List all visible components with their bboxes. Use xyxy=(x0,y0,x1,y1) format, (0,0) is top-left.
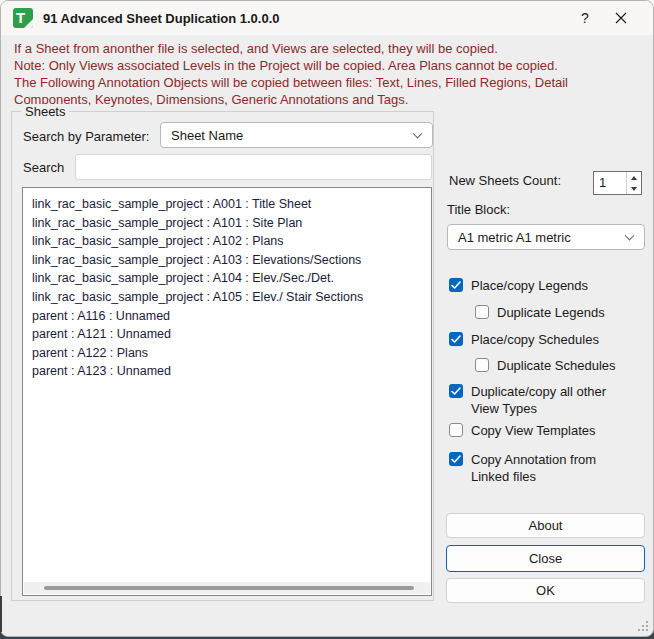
search-by-parameter-label: Search by Parameter: xyxy=(23,129,149,144)
checkbox-place-copy-schedules[interactable]: Place/copy Schedules xyxy=(449,331,626,348)
about-button[interactable]: About xyxy=(446,513,645,538)
help-button[interactable]: ? xyxy=(567,3,603,33)
notice-line: Components, Keynotes, Dimensions, Generi… xyxy=(14,91,648,108)
new-sheets-count-stepper[interactable]: 1 xyxy=(593,171,642,195)
horizontal-scrollbar[interactable] xyxy=(24,582,430,594)
sheets-listbox[interactable]: link_rac_basic_sample_project : A001 : T… xyxy=(22,187,432,596)
close-button[interactable]: Close xyxy=(446,545,645,572)
new-sheets-count-label: New Sheets Count: xyxy=(449,173,561,188)
title-block-dropdown[interactable]: A1 metric A1 metric xyxy=(447,224,645,250)
list-item[interactable]: parent : A122 : Plans xyxy=(32,344,431,363)
checkbox-duplicate-schedules[interactable]: Duplicate Schedules xyxy=(475,357,652,374)
checkbox-checked-icon xyxy=(449,452,463,466)
stepper-down-button[interactable] xyxy=(627,183,641,194)
dialog-window: T 91 Advanced Sheet Duplication 1.0.0.0 … xyxy=(0,0,654,637)
chevron-down-icon xyxy=(625,231,635,241)
resize-grip[interactable] xyxy=(638,621,648,631)
title-bar: T 91 Advanced Sheet Duplication 1.0.0.0 … xyxy=(1,1,653,35)
background-window-edge xyxy=(0,596,2,632)
checkbox-checked-icon xyxy=(449,278,463,292)
list-item[interactable]: link_rac_basic_sample_project : A101 : S… xyxy=(32,214,431,233)
scrollbar-thumb[interactable] xyxy=(44,586,414,590)
checkbox-unchecked-icon xyxy=(475,358,489,372)
search-input[interactable] xyxy=(75,154,432,180)
sheets-group-label: Sheets xyxy=(21,104,69,119)
stepper-up-button[interactable] xyxy=(627,172,641,183)
list-item[interactable]: parent : A123 : Unnamed xyxy=(32,362,431,381)
ok-button[interactable]: OK xyxy=(446,578,645,603)
close-icon[interactable] xyxy=(603,3,639,33)
app-icon: T xyxy=(13,8,33,28)
list-item[interactable]: link_rac_basic_sample_project : A105 : E… xyxy=(32,288,431,307)
checkbox-copy-annotation-from-linked-files[interactable]: Copy Annotation from Linked files xyxy=(449,451,626,485)
checkbox-unchecked-icon xyxy=(449,423,463,437)
list-item[interactable]: link_rac_basic_sample_project : A104 : E… xyxy=(32,269,431,288)
chevron-down-icon xyxy=(413,129,423,139)
list-item[interactable]: link_rac_basic_sample_project : A102 : P… xyxy=(32,232,431,251)
title-block-dropdown-value: A1 metric A1 metric xyxy=(458,230,571,245)
parameter-dropdown-value: Sheet Name xyxy=(171,128,243,143)
checkbox-unchecked-icon xyxy=(475,305,489,319)
checkbox-place-copy-legends[interactable]: Place/copy Legends xyxy=(449,277,626,294)
title-block-label: Title Block: xyxy=(447,202,510,217)
new-sheets-count-value: 1 xyxy=(594,172,626,194)
list-item[interactable]: link_rac_basic_sample_project : A001 : T… xyxy=(32,195,431,214)
window-title: 91 Advanced Sheet Duplication 1.0.0.0 xyxy=(43,11,280,26)
list-item[interactable]: parent : A121 : Unnamed xyxy=(32,325,431,344)
checkbox-copy-view-templates[interactable]: Copy View Templates xyxy=(449,422,626,439)
notice-line: If a Sheet from anonther file is selecte… xyxy=(14,40,648,57)
sheets-groupbox: Sheets Search by Parameter: Sheet Name S… xyxy=(11,111,434,601)
checkbox-duplicate-copy-all-other-view-types[interactable]: Duplicate/copy all other View Types xyxy=(449,383,626,417)
notice-line: Note: Only Views associated Levels in th… xyxy=(14,57,648,74)
notice-text: If a Sheet from anonther file is selecte… xyxy=(14,40,648,108)
checkbox-checked-icon xyxy=(449,332,463,346)
list-item[interactable]: link_rac_basic_sample_project : A103 : E… xyxy=(32,251,431,270)
notice-line: The Following Annotation Objects will be… xyxy=(14,74,648,91)
checkbox-duplicate-legends[interactable]: Duplicate Legends xyxy=(475,304,652,321)
parameter-dropdown[interactable]: Sheet Name xyxy=(160,122,433,148)
list-item[interactable]: parent : A116 : Unnamed xyxy=(32,307,431,326)
screen: T 91 Advanced Sheet Duplication 1.0.0.0 … xyxy=(0,0,654,639)
checkbox-checked-icon xyxy=(449,384,463,398)
search-label: Search xyxy=(23,160,64,175)
